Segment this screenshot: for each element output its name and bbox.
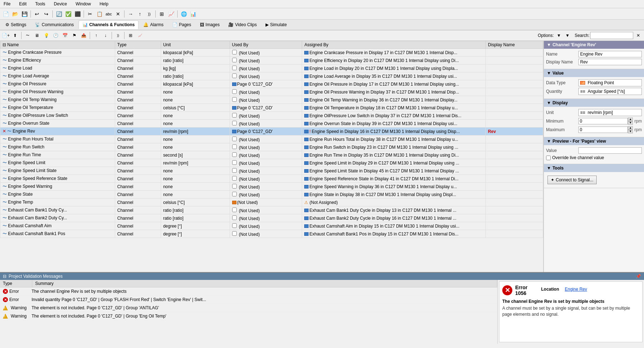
wave2-btn[interactable]: 📈 [136,31,144,40]
square-btn[interactable]: ⬛ [73,10,82,18]
export-btn[interactable]: 📤 [79,31,88,40]
max-spin-up[interactable]: ▲ [628,126,633,130]
table-row[interactable]: 〜 Engine Speed LimitChannelrev/min [rpm]… [0,159,543,167]
table-row[interactable]: 〜 Engine Speed WarningChannelnone (Not U… [0,183,543,191]
min-input[interactable] [578,118,628,124]
val-row-3[interactable]: Warning The element is not included. Pag… [0,312,497,320]
display-header[interactable]: ▼ Display [544,99,644,107]
val-summary-header[interactable]: Summary [32,280,497,287]
spkr-btn[interactable]: )) [114,31,122,40]
flag-btn[interactable]: ⚑ [70,31,79,40]
graph-btn[interactable]: 📊 [189,10,197,18]
tab-simulate[interactable]: ▶ Simulate [262,20,291,29]
table-row[interactable]: 〜 Exhaust Cam Bank2 Duty Cy...Channelrat… [0,214,543,222]
menu-edit[interactable]: Edit [17,1,29,7]
unit-value[interactable]: ≡≡ rev/min [rpm] [578,109,642,116]
min-spin-up[interactable]: ▲ [628,118,633,121]
location-link[interactable]: Engine Rev [565,287,587,292]
search-input[interactable] [590,32,633,39]
quantity-value[interactable]: ≡≡ Angular Speed [°/s] [578,88,642,95]
col-header-unit[interactable]: Unit [161,41,230,49]
table-row[interactable]: ✕〜 Engine RevChannelrev/min [rpm]Page 0 … [0,128,543,135]
val-row-1[interactable]: ✕ Error Invalid quantity Page 0 'C127_GD… [0,296,497,304]
override-checkbox[interactable] [546,156,551,160]
table-row[interactable]: 〜 Engine Speed Limit StateChannelnone (N… [0,167,543,175]
menu-tools[interactable]: Tools [33,1,47,7]
options-filter-btn[interactable]: ▼ [555,32,563,39]
arrow2-btn[interactable]: ↑ [136,10,144,18]
table-row[interactable]: 〜 Engine StateChannelnone (Not Used)Engi… [0,191,543,199]
connect-to-signal-btn[interactable]: ✦ Connect to Signal... [547,176,597,184]
display-btn[interactable]: 🖥 [33,31,41,40]
copy-btn[interactable]: 📋 [95,10,104,18]
table-row[interactable]: 〜 Engine OilPressure Low SwitchChannelno… [0,112,543,120]
undo-btn[interactable]: ↩ [33,10,41,18]
cut-btn[interactable]: ✂ [86,10,94,18]
data-type-value[interactable]: Floating Point [578,79,642,86]
table-row[interactable]: 〜 Exhaust Cam Bank1 Duty Cy...Channelrat… [0,206,543,214]
sound-btn[interactable]: )) [145,10,154,18]
table-row[interactable]: 〜 Engine Oil PressureChannelkilopascal [… [0,80,543,88]
val-type-header[interactable]: Type [0,280,32,287]
pin-icon[interactable]: 📌 [636,274,641,279]
col-header-name[interactable]: ⊟ Name [0,41,115,49]
value-header[interactable]: ▼ Value [544,69,644,77]
import-btn[interactable]: ⬆ [11,31,19,40]
arrow-btn[interactable]: → [126,10,135,18]
col-header-type[interactable]: Type [115,41,161,49]
table-row[interactable]: 〜 Engine Run SwitchChannelnone (Not Used… [0,143,543,151]
menu-help[interactable]: Help [97,1,111,7]
tab-communications[interactable]: 📡 Communications [31,20,77,29]
max-input[interactable] [578,127,628,133]
menu-window[interactable]: Window [74,1,93,7]
menu-device[interactable]: Device [52,1,69,7]
table-row[interactable]: 〜 Engine TempChannelcelsius [°C](Not Use… [0,199,543,206]
table-row[interactable]: 〜 Engine Oil TemperatureChannelcelsius [… [0,104,543,112]
col-header-used[interactable]: Used By [230,41,302,49]
table-row[interactable]: 〜 Engine Speed Reference StateChannelnon… [0,175,543,183]
move-dn-btn[interactable]: ↓ [101,31,110,40]
options-sort-btn[interactable]: ▼ [564,32,571,39]
preview-header[interactable]: ▼ Preview - For 'Pages' view [544,137,644,145]
name-input[interactable] [578,51,642,57]
col-header-assigned[interactable]: Assigned By [302,41,486,49]
val-row-0[interactable]: ✕ Error The channel Engine Rev is set by… [0,287,497,296]
table-row[interactable]: 〜 Engine Load AverageChannelratio [ratio… [0,72,543,80]
table-row[interactable]: 〜 Engine Run Hours TotalChannelnone (Not… [0,135,543,143]
wave-btn[interactable]: 〜 [23,31,32,40]
max-spin-dn[interactable]: ▼ [628,130,633,133]
refresh-btn[interactable]: 🔄 [55,10,63,18]
add-channel-btn[interactable]: 📄+ [1,31,10,40]
tab-images[interactable]: 🖼 Images [196,20,224,29]
validate-btn[interactable]: ✅ [64,10,72,18]
light-btn[interactable]: 💡 [42,31,51,40]
redo-btn[interactable]: ↪ [42,10,51,18]
cal-btn[interactable]: 📅 [61,31,69,40]
tools-header[interactable]: ▼ Tools [544,164,644,172]
min-spin-dn[interactable]: ▼ [628,121,633,125]
collapse-icon[interactable]: ⊟ [3,274,6,279]
search-clear-btn[interactable]: ✕ [634,31,643,40]
table-row[interactable]: 〜 Engine Overrun StateChannelnone (Not U… [0,120,543,128]
table-row[interactable]: 〜 Engine LoadChannelkg [kg] (Not Used)En… [0,65,543,72]
globe-btn[interactable]: 🌐 [179,10,188,18]
val-row-2[interactable]: Warning The element is not included. Pag… [0,304,497,312]
tab-pages[interactable]: 📄 Pages [168,20,195,29]
grid-btn[interactable]: ⊞ [158,10,166,18]
table-row[interactable]: 〜 Exhaust Camshaft AimChanneldegree [°] … [0,222,543,230]
col-header-display[interactable]: Display Name [486,41,543,49]
tab-alarms[interactable]: 🔔 Alarms [139,20,167,29]
menu-file[interactable]: File [1,1,13,7]
save-btn[interactable]: 💾 [20,10,29,18]
table-row[interactable]: 〜 Engine Oil Pressure WarningChannelnone… [0,88,543,96]
table-row[interactable]: 〜 Engine Crankcase PressureChannelkilopa… [0,49,543,57]
table-row[interactable]: 〜 Exhaust Camshaft Bank1 PosChanneldegre… [0,230,543,238]
grid2-btn[interactable]: ⊞ [126,31,135,40]
preview-value-input[interactable] [578,147,642,154]
table-row[interactable]: 〜 Engine Oil Temp WarningChannelnone (No… [0,96,543,104]
paste-btn[interactable]: abc [104,10,113,18]
tab-videoclips[interactable]: 🎥 Video Clips [224,20,260,29]
tab-settings[interactable]: ⚙ Settings [1,20,30,29]
tab-channels[interactable]: 📊 Channels & Functions [79,20,139,29]
clock-btn[interactable]: 🕐 [51,31,60,40]
